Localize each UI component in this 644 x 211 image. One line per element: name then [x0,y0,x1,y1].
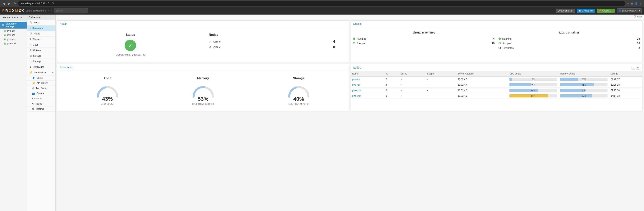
tree-item-pve-nas[interactable]: ▣ pve-nas [0,33,27,37]
nav-item-permissions[interactable]: 🔑 Permissions ▾ [27,70,56,75]
version-label: Virtual Environment 7.4-3 [26,9,52,12]
browser-icons: ☆ ⊞ 👤 ⋮ [627,2,642,5]
nav-sub-item-two-factor[interactable]: ⚙ Two Factor [27,86,56,91]
guests-panel-body: Virtual Machines Running 4 Stopped 19 [351,27,642,53]
lxc-running-row: Running 25 [498,37,640,40]
create-ct-button[interactable]: 📦 Create CT [597,9,615,13]
nav-sub-item-users[interactable]: 👤 Users [27,75,56,81]
cell-id: 1 [384,93,399,99]
table-row[interactable]: pve-lab 2 ✓ - 10.32.4.5 5% 38% 07:48:17 [351,76,642,82]
nav-sub-item-api-tokens[interactable]: 🔑 API Tokens [27,81,56,86]
permissions-expand-icon: ▾ [52,71,54,74]
back-button[interactable]: ◀ [2,1,6,6]
table-row[interactable]: pve-nas 4 ✓ - 10.32.4.4 46% 71% 12:25:28 [351,82,642,88]
bookmark-icon: ☆ [627,2,629,5]
sidebar-header: Server View ▾ ⚙ [0,14,27,21]
tree-item-datacenter[interactable]: 🏢 Datacenter (evling) [0,22,27,29]
offline-count: 0 [333,45,343,49]
help-button[interactable]: ❓ Help [634,15,642,18]
create-vm-button[interactable]: 🖥 Create VM [577,9,595,13]
nav-item-storage[interactable]: ▤ Storage [27,53,56,59]
vm-stopped-dot [353,42,355,44]
health-panel: Health Status ✓ Cluster: evling, Quorate… [57,20,349,62]
tree-item-pve-lab[interactable]: ▣ pve-lab [0,29,27,33]
cell-support: - [426,88,456,93]
offline-label: Offline [214,46,220,49]
vm-running-count: 4 [493,37,495,40]
memory-bar: 53% [560,89,608,92]
nodes-panel: Nodes ○ ⊙ Name ID Online Support [350,64,642,111]
nodes-expand-button[interactable]: ⊙ [636,66,640,69]
status-section: Status ✓ Cluster: evling, Quorate: Yes [60,29,201,60]
tree-item-pve-prod[interactable]: ▣ pve-prod [0,37,27,41]
vm-running-row: Running 4 [353,37,495,40]
lxc-running-label: Running [502,37,512,40]
help-icon: ❓ [634,15,636,18]
storage-percent: 40% [253,96,344,102]
user-menu[interactable]: 👤 jmeade@LDAP ▾ [617,8,642,13]
guests-grid: Virtual Machines Running 4 Stopped 19 [353,29,640,51]
table-row[interactable]: pve-vnet 1 ✓ - 10.32.4.2 81% 67% 14:14:3… [351,93,642,99]
resources-panel-body: CPU 43% of 14 CPU(s) [57,70,349,111]
col-cpu-usage: CPU usage [508,71,558,76]
health-grid: Status ✓ Cluster: evling, Quorate: Yes N… [60,29,346,60]
table-row[interactable]: pve-prod 3 ✓ - 10.32.4.3 60% 53% 09:15:3… [351,88,642,93]
cpu-sub: of 14 CPU(s) [62,103,153,105]
nodes-collapse-button[interactable]: ○ [632,66,636,69]
url-bar[interactable]: pve.evling.tech/#v1:0:18:4:5:::::5 [18,1,625,6]
nav-sub-item-groups[interactable]: 👥 Groups [27,91,56,96]
nav-item-summary[interactable]: ≡ Summary [27,25,56,31]
cell-uptime: 12:25:28 [609,82,642,88]
cluster-text: Cluster: evling, Quorate: Yes [64,53,198,56]
lxc-section: LXC Container Running 25 Stopped 18 [498,29,640,51]
tree-item-pve-vnet[interactable]: ▣ pve-vnet [0,41,27,45]
groups-icon: 👥 [32,92,35,95]
lxc-stopped-label: Stopped [502,42,512,45]
nav-sub-item-pools[interactable]: 🏷 Pools [27,96,56,101]
forward-button[interactable]: ▶ [7,1,11,6]
settings-icon[interactable]: ⚙ [20,16,22,19]
nav-sub-item-realms[interactable]: 🏛 Realms [27,106,56,112]
nodes-table: Name ID Online Support Server Address CP… [351,71,642,99]
refresh-button[interactable]: ↻ [13,1,17,6]
nav-item-search[interactable]: 🔍 Search [27,20,56,25]
cpu-percent: 43% [62,96,153,102]
cpu-title: CPU [62,77,153,80]
cell-online: ✓ [399,93,426,99]
cluster-nav-icon: ⊞ [30,38,32,41]
node-icon-pve-prod: ▣ [4,38,6,41]
documentation-button[interactable]: Documentation [556,9,575,13]
nodes-table-container: Name ID Online Support Server Address CP… [351,71,642,99]
nodes-table-header-row: Name ID Online Support Server Address CP… [351,71,642,76]
memory-bar: 67% [560,94,608,97]
lxc-templates-label: Templates [502,46,514,49]
global-search-input[interactable] [54,8,88,13]
cpu-bar: 81% [510,94,557,97]
nav-item-notes[interactable]: 📝 Notes [27,31,56,36]
cell-name: pve-lab [351,76,384,82]
cell-name: pve-vnet [351,93,384,99]
pools-icon: 🏷 [32,97,34,100]
nav-item-ceph[interactable]: ◎ Ceph [27,42,56,48]
nodes-panel-header: Nodes ○ ⊙ [351,64,642,71]
user-icon: 👤 [618,9,622,12]
online-count: 4 [333,40,343,44]
lxc-running-dot [498,37,501,40]
vm-section: Virtual Machines Running 4 Stopped 19 [353,29,495,51]
node-icon-pve-vnet: ▣ [4,42,6,45]
cpu-bar: 60% [510,89,557,92]
status-title: Status [64,33,198,36]
vm-stopped-label: Stopped [357,42,366,45]
resources-panel: Resources CPU 43% of 14 CPU( [57,64,349,111]
nav-item-backup[interactable]: ↺ Backup [27,59,56,64]
nav-item-options[interactable]: ⚙ Options [27,48,56,53]
memory-resource: Memory 53% 32.72 GiB of 61.84 GiB [157,77,249,105]
summary-nav-icon: ≡ [30,27,31,29]
nav-sub-item-roles[interactable]: 🛡 Roles [27,101,56,106]
cell-online: ✓ [399,82,426,88]
offline-x-icon: ✗ [209,46,211,49]
nav-item-cluster[interactable]: ⊞ Cluster [27,36,56,42]
datacenter-icon: 🏢 [2,24,4,26]
server-view-selector[interactable]: Server View ▾ ⚙ [2,15,23,20]
nav-item-replication[interactable]: ⟳ Replication [27,64,56,70]
